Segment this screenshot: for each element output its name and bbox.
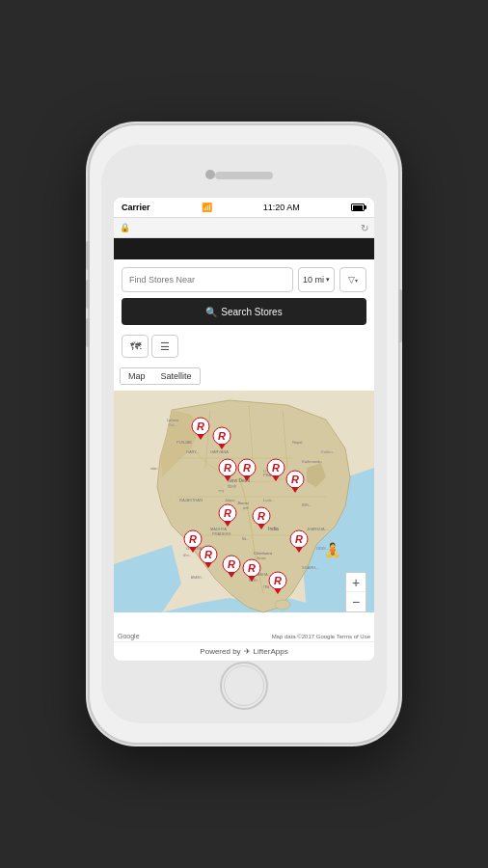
- svg-text:HARY...: HARY...: [186, 449, 200, 454]
- svg-text:🧘: 🧘: [324, 542, 341, 558]
- svg-text:India: India: [268, 526, 279, 531]
- map-view-button[interactable]: 🗺: [122, 335, 149, 358]
- earpiece: [215, 172, 273, 179]
- front-camera: [205, 170, 215, 179]
- svg-text:R: R: [243, 462, 251, 474]
- search-area: 10 mi ▾ ▽ ▾ 🔍 Search Stores: [114, 259, 374, 331]
- svg-text:दिल्ली: दिल्ली: [227, 484, 236, 489]
- lock-icon: 🔒: [120, 223, 130, 232]
- search-row: 10 mi ▾ ▽ ▾: [122, 267, 366, 292]
- svg-text:HARYANA: HARYANA: [210, 449, 229, 454]
- svg-text:PRADESH: PRADESH: [212, 531, 230, 536]
- svg-text:Jhansi: Jhansi: [237, 501, 249, 505]
- distance-value: 10 mi: [303, 275, 324, 285]
- powered-by-bar: Powered by ✈ LifterApps: [114, 641, 374, 661]
- home-button-ring: [224, 665, 264, 706]
- svg-text:Chindwara: Chindwara: [254, 551, 273, 556]
- view-toggle: 🗺 ☰: [114, 331, 374, 362]
- lifter-brand: LifterApps: [254, 647, 288, 656]
- svg-text:R: R: [272, 462, 280, 474]
- svg-text:R: R: [218, 430, 226, 442]
- distance-select[interactable]: 10 mi ▾: [298, 267, 335, 292]
- svg-text:Lahore: Lahore: [167, 418, 179, 422]
- map-zoom-controls: + −: [345, 572, 366, 612]
- screen: Carrier 📶 11:20 AM 🔒 ↻: [114, 198, 374, 661]
- app-header: [114, 238, 374, 259]
- svg-text:RAJASTHAN: RAJASTHAN: [179, 498, 203, 502]
- svg-text:SGARH...: SGARH...: [302, 565, 319, 570]
- find-stores-input[interactable]: [122, 267, 293, 292]
- svg-text:PUNJAB: PUNJAB: [176, 440, 192, 445]
- time-label: 11:20 AM: [263, 203, 300, 212]
- svg-text:R: R: [274, 575, 282, 586]
- svg-text:R: R: [197, 420, 204, 432]
- map-container[interactable]: Map Satellite: [114, 362, 374, 641]
- svg-text:R: R: [224, 462, 231, 474]
- search-icon: 🔍: [205, 307, 217, 317]
- battery-icon: [351, 203, 366, 211]
- filter-icon: ▽: [348, 275, 355, 285]
- filter-button[interactable]: ▽ ▾: [339, 267, 366, 292]
- svg-text:Pak...: Pak...: [169, 423, 176, 427]
- map-svg: New Delhi दिल्ली UTTAR PRA... PUNJAB RAJ…: [114, 362, 374, 641]
- wifi-icon: 📶: [202, 203, 212, 212]
- list-view-button[interactable]: ☰: [151, 335, 178, 358]
- svg-text:Nepal: Nepal: [292, 440, 303, 445]
- map-attribution: Google: [118, 633, 140, 639]
- svg-text:JHARKHA...: JHARKHA...: [307, 527, 328, 531]
- svg-text:TRA: TRA: [263, 585, 269, 589]
- lifter-icon: ✈: [244, 647, 251, 656]
- home-button[interactable]: [220, 662, 268, 710]
- svg-text:R: R: [204, 549, 212, 560]
- volume-mute-button: [86, 241, 90, 270]
- svg-text:Kathmandu: Kathmandu: [302, 459, 321, 464]
- svg-text:R: R: [189, 533, 197, 545]
- map-tab[interactable]: Map: [121, 368, 153, 384]
- svg-text:Luck...: Luck...: [263, 498, 275, 502]
- svg-text:R: R: [291, 474, 299, 485]
- search-btn-label: Search Stores: [221, 307, 282, 317]
- svg-text:Kathrn...: Kathrn...: [321, 449, 336, 454]
- svg-text:Ahm...: Ahm...: [183, 554, 192, 557]
- app-body: 10 mi ▾ ▽ ▾ 🔍 Search Stores: [114, 238, 374, 661]
- zoom-out-button[interactable]: −: [346, 592, 366, 611]
- svg-text:जयपुर: जयपुर: [217, 489, 225, 493]
- list-icon: ☰: [160, 340, 170, 353]
- svg-text:R: R: [295, 533, 303, 545]
- status-right: [351, 203, 366, 211]
- chevron-down-icon-filter: ▾: [355, 277, 358, 284]
- volume-up-button: [86, 280, 90, 309]
- status-bar: Carrier 📶 11:20 AM: [114, 198, 374, 217]
- google-logo: Google: [118, 633, 140, 639]
- map-icon: 🗺: [130, 340, 141, 352]
- power-button: [398, 289, 402, 342]
- svg-point-1: [275, 600, 290, 610]
- carrier-label: Carrier: [122, 203, 150, 212]
- svg-text:stan: stan: [150, 466, 158, 471]
- svg-text:R: R: [224, 507, 231, 519]
- volume-down-button: [86, 318, 90, 347]
- svg-text:Jaipur: Jaipur: [225, 498, 236, 502]
- chevron-down-icon: ▾: [326, 276, 330, 284]
- map-data-text: Map data ©2017 Google Terms of Use: [272, 634, 370, 639]
- svg-text:झांसी: झांसी: [242, 506, 249, 510]
- phone-frame: Carrier 📶 11:20 AM 🔒 ↻: [90, 125, 398, 743]
- svg-text:BIH...: BIH...: [302, 502, 312, 507]
- satellite-tab[interactable]: Satellite: [153, 368, 200, 384]
- powered-by-text: Powered by: [200, 647, 240, 656]
- zoom-in-button[interactable]: +: [346, 573, 366, 592]
- map-tabs: Map Satellite: [120, 367, 201, 385]
- svg-text:छिंदवाड़ा: छिंदवाड़ा: [256, 556, 266, 560]
- address-bar: 🔒 ↻: [114, 217, 374, 238]
- search-stores-button[interactable]: 🔍 Search Stores: [122, 298, 366, 325]
- refresh-icon[interactable]: ↻: [361, 223, 368, 233]
- svg-text:Ma...: Ma...: [242, 537, 249, 541]
- svg-text:R: R: [258, 510, 265, 522]
- svg-text:R: R: [228, 558, 235, 570]
- svg-text:R: R: [248, 562, 256, 574]
- phone-inner: Carrier 📶 11:20 AM 🔒 ↻: [101, 145, 387, 723]
- svg-text:ARASH...: ARASH...: [191, 576, 203, 580]
